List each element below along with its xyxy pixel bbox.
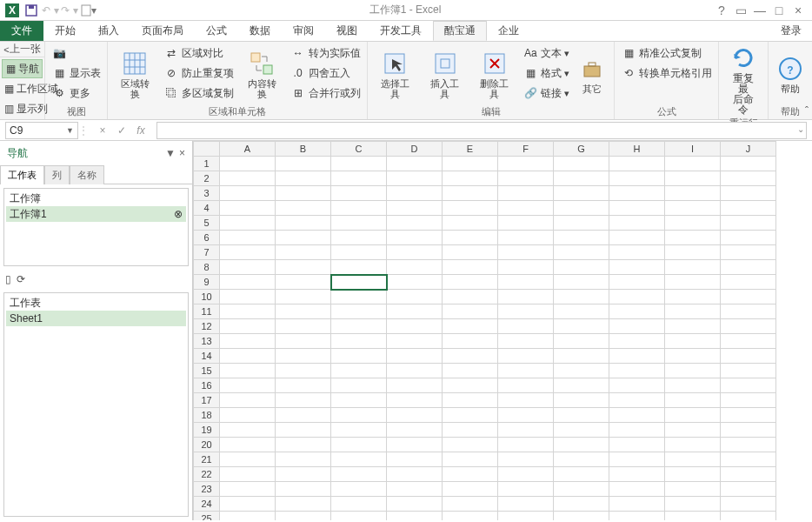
- cell[interactable]: [220, 393, 276, 408]
- cell[interactable]: [554, 201, 609, 216]
- cell[interactable]: [276, 467, 331, 482]
- cell[interactable]: [443, 201, 498, 216]
- cell[interactable]: [443, 438, 498, 452]
- nav-button[interactable]: ▦导航: [2, 59, 43, 78]
- login-link[interactable]: 登录: [770, 21, 812, 41]
- cell[interactable]: [387, 186, 443, 201]
- cell[interactable]: [387, 349, 443, 364]
- cell[interactable]: [331, 482, 387, 497]
- cell[interactable]: [276, 216, 331, 231]
- cell[interactable]: [554, 408, 609, 423]
- cell[interactable]: [220, 304, 276, 319]
- pane-close-icon[interactable]: ×: [179, 147, 185, 159]
- row-header[interactable]: 22: [194, 467, 220, 482]
- cell[interactable]: [665, 171, 721, 186]
- cell[interactable]: [220, 201, 276, 216]
- cell[interactable]: [498, 512, 554, 521]
- cell[interactable]: [498, 497, 554, 512]
- cell[interactable]: [443, 364, 498, 378]
- undo-icon[interactable]: ↶ ▾: [42, 2, 59, 19]
- cell[interactable]: [609, 364, 665, 378]
- cell[interactable]: [443, 378, 498, 393]
- cell[interactable]: [276, 408, 331, 423]
- row-header[interactable]: 2: [194, 171, 220, 186]
- col-header[interactable]: I: [665, 142, 721, 157]
- tab-酷宝通[interactable]: 酷宝通: [433, 21, 487, 41]
- cell[interactable]: [220, 157, 276, 171]
- cell[interactable]: [387, 157, 443, 171]
- cell[interactable]: [220, 512, 276, 521]
- cell[interactable]: [220, 171, 276, 186]
- cell[interactable]: [609, 452, 665, 467]
- cell[interactable]: [276, 245, 331, 260]
- cell[interactable]: [443, 334, 498, 349]
- cell[interactable]: [276, 290, 331, 304]
- insert-tool-button[interactable]: 插入工具: [421, 44, 469, 105]
- region-convert-button[interactable]: 区域转换: [111, 44, 159, 105]
- tab-数据[interactable]: 数据: [238, 21, 282, 41]
- cell[interactable]: [665, 304, 721, 319]
- cell[interactable]: [276, 497, 331, 512]
- cell[interactable]: [443, 171, 498, 186]
- row-header[interactable]: 16: [194, 378, 220, 393]
- cell[interactable]: [721, 378, 776, 393]
- cell[interactable]: [554, 171, 609, 186]
- row-header[interactable]: 15: [194, 364, 220, 378]
- cell[interactable]: [331, 512, 387, 521]
- cell[interactable]: [220, 245, 276, 260]
- cell[interactable]: [276, 438, 331, 452]
- cell[interactable]: [721, 334, 776, 349]
- cell[interactable]: [554, 319, 609, 334]
- cell[interactable]: [609, 231, 665, 245]
- cell[interactable]: [498, 349, 554, 364]
- cell[interactable]: [387, 334, 443, 349]
- cell[interactable]: [276, 512, 331, 521]
- cell[interactable]: [331, 260, 387, 275]
- cell[interactable]: [276, 364, 331, 378]
- col-header[interactable]: B: [276, 142, 331, 157]
- chevron-down-icon[interactable]: ▼: [66, 126, 74, 135]
- col-header[interactable]: E: [443, 142, 498, 157]
- cell[interactable]: [387, 467, 443, 482]
- cell[interactable]: [609, 467, 665, 482]
- cell[interactable]: [220, 452, 276, 467]
- cell[interactable]: [721, 319, 776, 334]
- cell[interactable]: [498, 467, 554, 482]
- cell[interactable]: [276, 378, 331, 393]
- cell[interactable]: [387, 319, 443, 334]
- cell[interactable]: [331, 364, 387, 378]
- cell[interactable]: [331, 245, 387, 260]
- cell[interactable]: [220, 497, 276, 512]
- cell[interactable]: [609, 497, 665, 512]
- cell[interactable]: [276, 304, 331, 319]
- cell[interactable]: [331, 216, 387, 231]
- cell[interactable]: [665, 245, 721, 260]
- ribbon-toggle-icon[interactable]: ▭: [732, 2, 749, 19]
- tab-文件[interactable]: 文件: [0, 21, 43, 41]
- cell[interactable]: [387, 452, 443, 467]
- cell[interactable]: [276, 275, 331, 290]
- cell[interactable]: [331, 201, 387, 216]
- cell[interactable]: [609, 423, 665, 438]
- multicopy-button[interactable]: ⿻多区域复制: [161, 84, 236, 103]
- content-convert-button[interactable]: 内容转换: [238, 44, 286, 105]
- text-menu[interactable]: Aa文本 ▾: [520, 44, 572, 63]
- cell[interactable]: [220, 290, 276, 304]
- filter-icon[interactable]: ▯: [5, 273, 11, 285]
- cell[interactable]: [276, 349, 331, 364]
- cell[interactable]: [721, 393, 776, 408]
- merge-rowcol-button[interactable]: ⊞合并行或列: [288, 84, 363, 103]
- cell[interactable]: [554, 452, 609, 467]
- cell[interactable]: [387, 245, 443, 260]
- cell[interactable]: [721, 186, 776, 201]
- prevent-dup-button[interactable]: ⊘防止重复项: [161, 64, 236, 83]
- minimize-icon[interactable]: —: [751, 2, 769, 19]
- cell[interactable]: [443, 245, 498, 260]
- cell[interactable]: [387, 438, 443, 452]
- cell[interactable]: [276, 231, 331, 245]
- cell[interactable]: [220, 334, 276, 349]
- cell[interactable]: [609, 216, 665, 231]
- cell[interactable]: [665, 438, 721, 452]
- cell[interactable]: [498, 482, 554, 497]
- cell[interactable]: [276, 260, 331, 275]
